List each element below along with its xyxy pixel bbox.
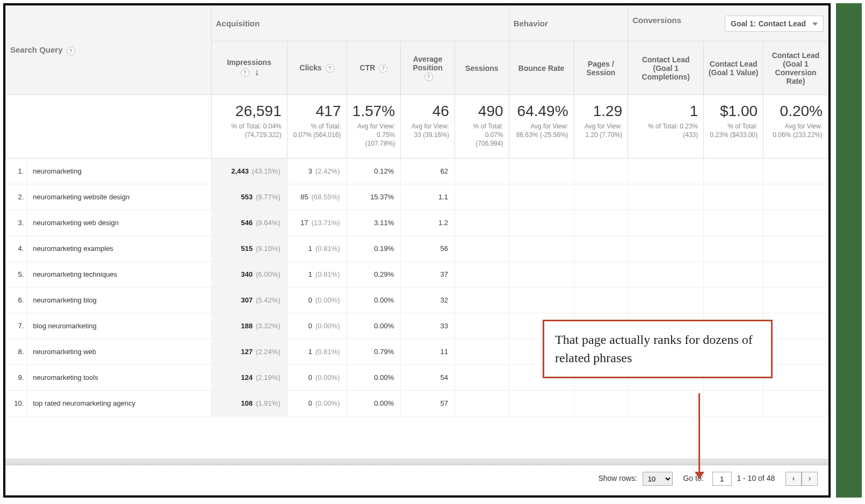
table-row[interactable]: 1.neuromarketing2,443(43.15%)3(2.42%)0.1… — [6, 159, 828, 184]
empty-cell — [704, 391, 763, 416]
search-query-cell[interactable]: neuromarketing techniques — [27, 262, 211, 287]
help-icon[interactable]: ? — [379, 64, 387, 73]
sort-descending-icon: ↓ — [255, 67, 260, 77]
impressions-cell: 546(9.64%) — [211, 210, 287, 236]
table-row[interactable]: 2.neuromarketing website design553(9.77%… — [6, 184, 828, 210]
empty-cell — [704, 210, 763, 236]
summary-impressions: 26,591 % of Total: 0.04% (74,729,322) — [211, 95, 287, 159]
search-query-cell[interactable]: neuromarketing web design — [27, 210, 211, 236]
horizontal-scrollbar[interactable] — [5, 459, 828, 465]
table-row[interactable]: 6.neuromarketing blog307(5.42%)0(0.00%)0… — [6, 287, 828, 313]
clicks-cell: 0(0.00%) — [287, 287, 347, 313]
row-number: 7. — [6, 313, 27, 339]
col-ctr-label: CTR — [360, 63, 376, 72]
col-avg-position[interactable]: Average Position ? — [401, 41, 455, 95]
col-clicks-label: Clicks — [300, 63, 322, 72]
empty-cell — [763, 236, 828, 262]
col-avg-position-label: Average Position — [413, 55, 442, 72]
summary-clicks: 417 % of Total: 0.07% (564,016) — [287, 95, 347, 159]
col-impressions[interactable]: Impressions ? ↓ — [211, 41, 287, 95]
group-behavior: Behavior — [509, 6, 628, 41]
show-rows-select[interactable]: 10 — [643, 472, 673, 486]
empty-cell — [574, 391, 628, 416]
annotation-callout: That page actually ranks for dozens of r… — [543, 320, 773, 378]
right-green-strip — [836, 3, 862, 498]
help-icon[interactable]: ? — [241, 68, 249, 77]
empty-cell — [574, 159, 628, 184]
col-bounce-rate[interactable]: Bounce Rate — [509, 41, 574, 95]
summary-avg-position: 46 Avg for View: 33 (39.16%) — [401, 95, 455, 159]
empty-cell — [574, 262, 628, 287]
summary-clicks-sub: % of Total: 0.07% (564,016) — [293, 122, 341, 139]
annotation-arrow-line — [698, 393, 700, 473]
report-frame: Search Query ? Acquisition Behavior Conv… — [3, 3, 831, 498]
clicks-cell: 1(0.81%) — [287, 262, 347, 287]
col-pages-session[interactable]: Pages / Session — [574, 41, 628, 95]
summary-sessions-sub: % of Total: 0.07% (706,994) — [460, 122, 503, 148]
empty-cell — [509, 159, 574, 184]
summary-goal-value-value: $1.00 — [709, 103, 758, 120]
row-number: 4. — [6, 236, 27, 262]
col-sessions[interactable]: Sessions — [455, 41, 509, 95]
summary-bounce-rate-sub: Avg for View: 86.63% (-25.56%) — [515, 122, 568, 139]
search-query-cell[interactable]: neuromarketing tools — [27, 365, 211, 391]
summary-avg-position-value: 46 — [406, 103, 449, 120]
empty-cell — [574, 287, 628, 313]
search-query-cell[interactable]: neuromarketing website design — [27, 184, 211, 210]
col-goal-value[interactable]: Contact Lead (Goal 1 Value) — [704, 41, 763, 95]
table-row[interactable]: 3.neuromarketing web design546(9.64%)17(… — [6, 210, 828, 236]
col-goal-rate[interactable]: Contact Lead (Goal 1 Conversion Rate) — [763, 41, 828, 95]
empty-cell — [704, 262, 763, 287]
col-goal-completions[interactable]: Contact Lead (Goal 1 Completions) — [628, 41, 704, 95]
table-row[interactable]: 10.top rated neuromarketing agency108(1.… — [6, 391, 828, 416]
row-number: 1. — [6, 159, 27, 184]
empty-cell — [628, 210, 704, 236]
group-acquisition: Acquisition — [211, 6, 509, 41]
summary-goal-completions-sub: % of Total: 0.23% (433) — [633, 122, 698, 139]
summary-goal-value: $1.00 % of Total: 0.23% ($433.00) — [704, 95, 763, 159]
help-icon[interactable]: ? — [67, 47, 75, 55]
avg-position-cell: 32 — [401, 287, 455, 313]
search-query-cell[interactable]: neuromarketing — [27, 159, 211, 184]
col-ctr[interactable]: CTR ? — [347, 41, 401, 95]
empty-cell — [455, 365, 509, 391]
empty-cell — [628, 262, 704, 287]
next-page-button[interactable]: › — [802, 472, 818, 486]
prev-page-button[interactable]: ‹ — [785, 472, 802, 486]
col-bounce-rate-label: Bounce Rate — [518, 64, 565, 73]
col-clicks[interactable]: Clicks ? — [287, 41, 347, 95]
goto-input[interactable] — [712, 472, 732, 486]
empty-cell — [704, 184, 763, 210]
search-query-cell[interactable]: neuromarketing blog — [27, 287, 211, 313]
help-icon[interactable]: ? — [326, 64, 334, 73]
col-search-query[interactable]: Search Query ? — [6, 6, 212, 95]
avg-position-cell: 1.1 — [401, 184, 455, 210]
summary-pages-session-value: 1.29 — [580, 103, 623, 120]
avg-position-cell: 37 — [401, 262, 455, 287]
goal-select-label: Goal 1: Contact Lead — [731, 19, 806, 28]
empty-cell — [763, 313, 828, 339]
ctr-cell: 3.11% — [347, 210, 401, 236]
group-acquisition-label: Acquisition — [216, 19, 260, 28]
empty-cell — [704, 236, 763, 262]
goal-select[interactable]: Goal 1: Contact Lead — [725, 16, 824, 32]
table-row[interactable]: 4.neuromarketing examples515(9.10%)1(0.8… — [6, 236, 828, 262]
empty-cell — [455, 262, 509, 287]
avg-position-cell: 11 — [401, 339, 455, 365]
summary-bounce-rate: 64.49% Avg for View: 86.63% (-25.56%) — [509, 95, 574, 159]
table-row[interactable]: 5.neuromarketing techniques340(6.00%)1(0… — [6, 262, 828, 287]
search-query-cell[interactable]: neuromarketing web — [27, 339, 211, 365]
group-behavior-label: Behavior — [514, 19, 548, 28]
search-query-cell[interactable]: top rated neuromarketing agency — [27, 391, 211, 416]
ctr-cell: 0.79% — [347, 339, 401, 365]
impressions-cell: 2,443(43.15%) — [211, 159, 287, 184]
empty-cell — [763, 365, 828, 391]
empty-cell — [574, 210, 628, 236]
search-query-cell[interactable]: blog neuromarketing — [27, 313, 211, 339]
empty-cell — [574, 184, 628, 210]
empty-cell — [509, 236, 574, 262]
search-query-cell[interactable]: neuromarketing examples — [27, 236, 211, 262]
empty-cell — [763, 262, 828, 287]
help-icon[interactable]: ? — [424, 73, 433, 81]
empty-cell — [763, 184, 828, 210]
